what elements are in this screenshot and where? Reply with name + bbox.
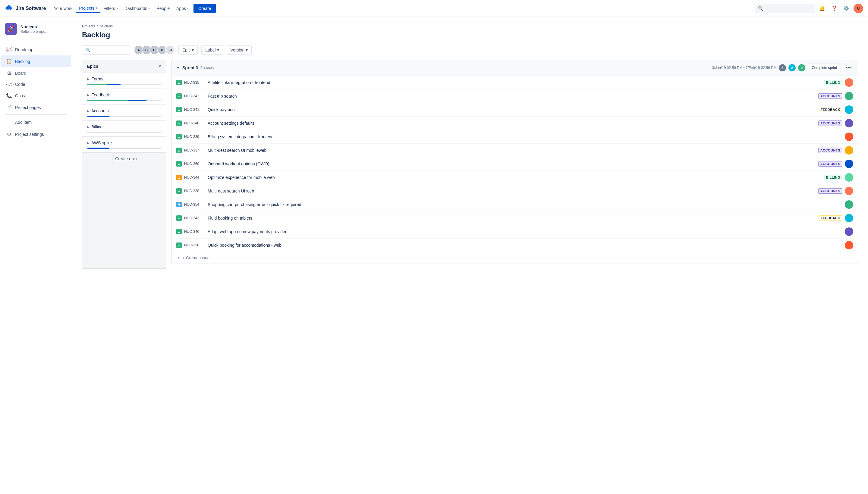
issue-row[interactable]: ▲ NUC-341 Quick payment FEEDBACK (171, 103, 858, 117)
issue-search-input[interactable] (92, 48, 127, 52)
issue-summary: Fluid booking on tablets (208, 216, 816, 221)
sidebar-item-oncall[interactable]: 📞 On-call (1, 90, 71, 101)
sidebar-item-add-label: Add item (15, 120, 32, 125)
issue-assignee-avatar (845, 227, 853, 236)
two-col-layout: Epics × ▶ Forms (82, 60, 858, 269)
sidebar-item-pages-label: Project pages (15, 105, 41, 110)
app-logo[interactable]: Jira Software (5, 4, 46, 13)
issue-assignee-avatar (845, 173, 853, 182)
create-issue-row[interactable]: ＋ + Create issue (171, 252, 858, 264)
assignee-avatar-more[interactable]: +3 (165, 45, 175, 55)
create-button[interactable]: Create (193, 4, 216, 13)
topnav-apps[interactable]: Apps ▾ (173, 4, 192, 13)
epic-item-billing[interactable]: ▶ Billing (82, 121, 166, 137)
create-epic-button[interactable]: + Create epic (82, 153, 166, 165)
project-icon: 🚀 (5, 23, 17, 35)
epic-aws-chevron-icon: ▶ (87, 141, 90, 145)
issue-row[interactable]: ▲ NUC-342 Fast trip search ACCOUNTS (171, 90, 858, 103)
breadcrumb-sep: / (97, 24, 98, 28)
settings-button[interactable]: ⚙️ (842, 4, 851, 13)
issue-search-box[interactable]: 🔍 (82, 45, 130, 55)
issue-assignee-avatar (845, 187, 853, 195)
issue-row[interactable]: ▲ NUC-344 Optimize experience for mobile… (171, 171, 858, 184)
issue-summary: Optimize experience for mobile web (208, 175, 821, 180)
sprint-chevron-icon[interactable]: ▼ (176, 66, 180, 70)
issue-row[interactable]: ▲ NUC-346 Adapt web app no new payments … (171, 225, 858, 239)
issue-summary: Quick payment (208, 107, 816, 112)
sidebar-item-board[interactable]: ⊞ Board (1, 67, 71, 79)
epic-aws-progress-bar (87, 148, 161, 149)
sidebar-item-settings-label: Project settings (15, 132, 44, 137)
topnav-dashboards[interactable]: Dashboards ▾ (122, 4, 153, 13)
issue-row[interactable]: ▲ NUC-360 Onboard workout options (OWO) … (171, 157, 858, 171)
create-issue-icon: ＋ (176, 255, 181, 261)
issue-summary: Multi-dest search UI mobileweb (208, 148, 816, 153)
topnav-filters[interactable]: Filters ▾ (101, 4, 121, 13)
epic-item-aws-spike[interactable]: ▶ AWS spike (82, 137, 166, 153)
epic-item-forms[interactable]: ▶ Forms (82, 73, 166, 89)
label-filter-btn[interactable]: Label ▾ (201, 45, 223, 55)
issue-key: NUC-340 (184, 121, 205, 125)
epic-accounts-header: ▶ Accounts (87, 109, 161, 113)
sidebar-item-project-settings[interactable]: ⚙ Project settings (1, 128, 71, 140)
issue-summary: Quick booking for accomodations - web (208, 243, 843, 248)
settings-icon: ⚙ (6, 131, 12, 137)
issue-row[interactable]: ▲ NUC-340 Account settings defaults ACCO… (171, 117, 858, 130)
version-filter-btn[interactable]: Version ▾ (227, 45, 252, 55)
breadcrumb-nucleus[interactable]: Nucleus (100, 24, 113, 28)
notifications-button[interactable]: 🔔 (817, 4, 827, 13)
search-box[interactable]: 🔍 (755, 4, 815, 13)
breadcrumb-projects[interactable]: Projects (82, 24, 95, 28)
epics-panel-close-button[interactable]: × (159, 63, 161, 69)
sidebar-item-code[interactable]: </> Code (1, 79, 71, 90)
epic-filter-btn[interactable]: Epic ▾ (179, 45, 198, 55)
topnav-projects[interactable]: Projects ▾ (76, 4, 100, 13)
issue-label: ACCOUNTS (818, 120, 843, 126)
sidebar-item-backlog[interactable]: 📋 Backlog (1, 55, 71, 67)
issue-summary: Multi-dest search UI web (208, 189, 816, 193)
sidebar-project-type: Software project (20, 30, 47, 34)
complete-sprint-button[interactable]: Complete sprint (808, 63, 841, 72)
sprint-more-button[interactable]: ••• (843, 64, 853, 72)
page-title: Backlog (82, 31, 858, 39)
sidebar-item-project-pages[interactable]: 📄 Project pages (1, 101, 71, 113)
epic-chevron-icon: ▾ (192, 48, 194, 52)
topnav-people[interactable]: People (153, 4, 173, 13)
issue-row[interactable]: ▲ NUC-335 Affelite links integration - f… (171, 76, 858, 90)
issue-row[interactable]: ▲ NUC-336 Quick booking for accomodation… (171, 239, 858, 252)
epic-feedback-progress (87, 100, 161, 101)
issue-row[interactable]: ▲ NUC-343 Fluid booking on tablets FEEDB… (171, 211, 858, 225)
assignee-filter: A B C D +3 (134, 45, 175, 55)
sprint-header: ▼ Sprint 3 5 issues 3/Jan/19 02:59 PM • … (171, 60, 858, 76)
issue-type-icon: ▲ (176, 215, 182, 221)
sprint-badge-inprogress: 2 (789, 64, 796, 71)
issue-key: NUC-344 (184, 175, 205, 179)
sprint-header-right: 3/Jan/19 02:59 PM • 7/Feb/19 02:59 PM 3 … (712, 63, 853, 72)
user-avatar[interactable]: U (853, 4, 863, 13)
epic-item-feedback[interactable]: ▶ Feedback (82, 89, 166, 105)
issue-row[interactable]: ▲ NUC-338 Multi-dest search UI web ACCOU… (171, 184, 858, 198)
issue-summary: Shopping cart purchasing error - quick f… (208, 202, 843, 207)
issue-key: NUC-339 (184, 135, 205, 139)
issue-row[interactable]: ▲ NUC-339 Billing system integration - f… (171, 130, 858, 144)
topnav-your-work[interactable]: Your work (51, 4, 75, 13)
issue-assignee-avatar (845, 214, 853, 222)
issue-key: NUC-342 (184, 94, 205, 98)
epic-aws-name: AWS spike (91, 140, 112, 145)
sidebar-item-add-item[interactable]: ＋ Add item (1, 116, 71, 128)
issue-row[interactable]: ▲ NUC-337 Multi-dest search UI mobileweb… (171, 144, 858, 157)
epic-item-accounts[interactable]: ▶ Accounts (82, 105, 166, 121)
backlog-content: ▼ Sprint 3 5 issues 3/Jan/19 02:59 PM • … (171, 60, 858, 269)
filters-bar: 🔍 A B C D +3 Epic ▾ Label ▾ (82, 45, 858, 55)
help-button[interactable]: ❓ (829, 4, 839, 13)
search-input[interactable] (765, 6, 812, 11)
sprint-dates: 3/Jan/19 02:59 PM • 7/Feb/19 02:59 PM (712, 66, 776, 70)
issue-right: ACCOUNTS (818, 119, 853, 128)
issue-key: NUC-354 (184, 203, 205, 207)
sidebar-item-roadmap[interactable]: 📈 Roadmap (1, 44, 71, 55)
issue-right: ACCOUNTS (818, 160, 853, 168)
issue-row[interactable]: ✚ NUC-354 Shopping cart purchasing error… (171, 198, 858, 211)
oncall-icon: 📞 (6, 93, 12, 98)
topnav: Jira Software Your work Projects ▾ Filte… (0, 0, 868, 17)
code-icon: </> (6, 82, 12, 87)
